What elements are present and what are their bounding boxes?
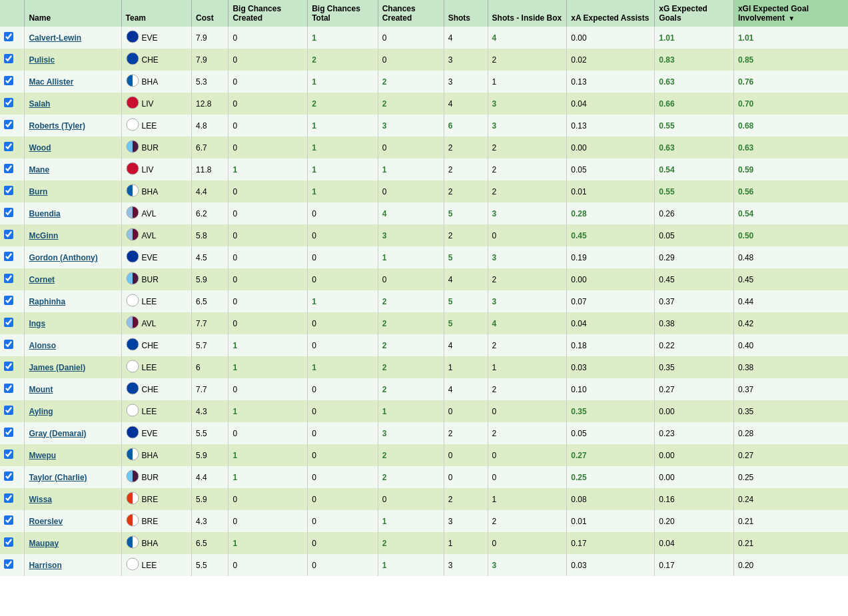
player-name-link[interactable]: Mount xyxy=(29,385,53,394)
player-name-link[interactable]: Cornet xyxy=(29,275,55,284)
player-name-link[interactable]: Roerslev xyxy=(29,517,63,526)
player-name-link[interactable]: Ings xyxy=(29,319,45,328)
row-checkbox[interactable] xyxy=(4,230,13,239)
col-header-shots-inside-box[interactable]: Shots - Inside Box xyxy=(488,0,567,27)
row-checkbox-cell[interactable] xyxy=(0,290,25,312)
row-checkbox-cell[interactable] xyxy=(0,71,25,93)
row-checkbox-cell[interactable] xyxy=(0,378,25,400)
table-cell: 4 xyxy=(444,268,488,290)
table-cell: 1 xyxy=(308,27,378,49)
table-cell: 5 xyxy=(444,312,488,334)
row-checkbox-cell[interactable] xyxy=(0,554,25,576)
col-header-xgi[interactable]: xGI Expected Goal Involvement ▼ xyxy=(733,0,848,27)
col-header-cost[interactable]: Cost xyxy=(192,0,228,27)
row-checkbox[interactable] xyxy=(4,318,13,327)
player-name-link[interactable]: Gray (Demarai) xyxy=(29,429,86,438)
row-checkbox[interactable] xyxy=(4,537,13,547)
player-name-link[interactable]: Taylor (Charlie) xyxy=(29,473,87,482)
row-checkbox-cell[interactable] xyxy=(0,180,25,202)
row-checkbox-cell[interactable] xyxy=(0,137,25,158)
row-checkbox-cell[interactable] xyxy=(0,488,25,510)
team-code-label: BHA xyxy=(142,451,159,460)
row-checkbox[interactable] xyxy=(4,515,13,525)
player-name-link[interactable]: Maupay xyxy=(29,539,59,548)
row-checkbox-cell[interactable] xyxy=(0,444,25,466)
row-checkbox[interactable] xyxy=(4,76,13,85)
col-header-chances-created[interactable]: Chances Created xyxy=(378,0,444,27)
row-checkbox-cell[interactable] xyxy=(0,158,25,180)
player-name-link[interactable]: Mane xyxy=(29,165,49,174)
row-checkbox[interactable] xyxy=(4,450,13,459)
col-header-shots[interactable]: Shots xyxy=(444,0,488,27)
row-checkbox-cell[interactable] xyxy=(0,400,25,422)
player-name-link[interactable]: Raphinha xyxy=(29,297,65,306)
row-checkbox-cell[interactable] xyxy=(0,356,25,378)
row-checkbox[interactable] xyxy=(4,406,13,415)
col-header-xa[interactable]: xA Expected Assists xyxy=(567,0,655,27)
row-checkbox-cell[interactable] xyxy=(0,202,25,224)
row-checkbox[interactable] xyxy=(4,559,13,569)
team-badge-icon xyxy=(126,513,139,529)
row-checkbox[interactable] xyxy=(4,340,13,349)
row-checkbox[interactable] xyxy=(4,98,13,107)
row-checkbox-cell[interactable] xyxy=(0,510,25,532)
row-checkbox-cell[interactable] xyxy=(0,466,25,488)
row-checkbox-cell[interactable] xyxy=(0,532,25,554)
team-code-label: LEE xyxy=(142,297,157,306)
player-name-link[interactable]: Roberts (Tyler) xyxy=(29,121,85,131)
row-checkbox-cell[interactable] xyxy=(0,268,25,290)
player-name-link[interactable]: Harrison xyxy=(29,561,61,570)
row-checkbox[interactable] xyxy=(4,471,13,481)
row-checkbox[interactable] xyxy=(4,252,13,261)
player-name-link[interactable]: McGinn xyxy=(29,231,58,240)
player-name-link[interactable]: Salah xyxy=(29,99,50,109)
player-name-link[interactable]: Gordon (Anthony) xyxy=(29,253,97,262)
player-name-cell: Raphinha xyxy=(25,290,121,312)
player-name-link[interactable]: Mac Allister xyxy=(29,77,73,87)
row-checkbox[interactable] xyxy=(4,493,13,503)
table-cell: 0.35 xyxy=(655,356,734,378)
row-checkbox[interactable] xyxy=(4,32,13,41)
row-checkbox[interactable] xyxy=(4,362,13,371)
col-header-name[interactable]: Name xyxy=(25,0,121,27)
table-cell: 1 xyxy=(444,532,488,554)
player-name-link[interactable]: James (Daniel) xyxy=(29,363,85,372)
table-cell: 2 xyxy=(444,137,488,158)
row-checkbox-cell[interactable] xyxy=(0,49,25,71)
player-name-link[interactable]: Alonso xyxy=(29,341,56,350)
col-header-team[interactable]: Team xyxy=(121,0,192,27)
player-name-cell: Ayling xyxy=(25,400,121,422)
row-checkbox-cell[interactable] xyxy=(0,27,25,49)
player-name-link[interactable]: Ayling xyxy=(29,407,53,416)
row-checkbox[interactable] xyxy=(4,142,13,151)
row-checkbox[interactable] xyxy=(4,428,13,437)
player-name-link[interactable]: Pulisic xyxy=(29,55,55,65)
row-checkbox[interactable] xyxy=(4,274,13,283)
player-name-link[interactable]: Buendia xyxy=(29,209,60,218)
player-name-link[interactable]: Burn xyxy=(29,187,47,196)
row-checkbox[interactable] xyxy=(4,384,13,393)
col-header-big-chances-total[interactable]: Big Chances Total xyxy=(308,0,378,27)
row-checkbox[interactable] xyxy=(4,54,13,63)
row-checkbox-cell[interactable] xyxy=(0,422,25,444)
row-checkbox-cell[interactable] xyxy=(0,93,25,115)
row-checkbox[interactable] xyxy=(4,186,13,195)
row-checkbox-cell[interactable] xyxy=(0,246,25,268)
row-checkbox[interactable] xyxy=(4,296,13,305)
row-checkbox-cell[interactable] xyxy=(0,115,25,137)
player-name-link[interactable]: Mwepu xyxy=(29,451,56,460)
table-cell: 5 xyxy=(444,246,488,268)
player-name-link[interactable]: Wood xyxy=(29,143,51,153)
player-name-link[interactable]: Wissa xyxy=(29,495,52,504)
col-header-big-chances-created[interactable]: Big Chances Created xyxy=(228,0,308,27)
player-name-link[interactable]: Calvert-Lewin xyxy=(29,33,81,43)
table-cell: 0.04 xyxy=(567,312,655,334)
row-checkbox-cell[interactable] xyxy=(0,224,25,246)
row-checkbox-cell[interactable] xyxy=(0,334,25,356)
col-header-xg[interactable]: xG Expected Goals xyxy=(655,0,734,27)
row-checkbox[interactable] xyxy=(4,164,13,173)
row-checkbox-cell[interactable] xyxy=(0,312,25,334)
row-checkbox[interactable] xyxy=(4,208,13,217)
table-cell: 3 xyxy=(488,93,567,115)
row-checkbox[interactable] xyxy=(4,120,13,129)
